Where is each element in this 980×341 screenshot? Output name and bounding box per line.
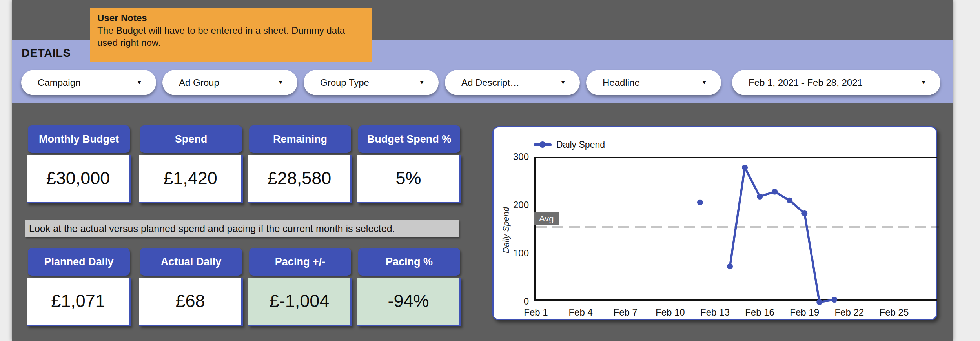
kpi-header: Pacing %	[358, 248, 460, 276]
kpi-value: £1,420	[139, 155, 243, 203]
chevron-down-icon: ▼	[137, 70, 142, 95]
kpi-card-budget-spend-pct: Budget Spend % 5%	[357, 125, 461, 203]
kpi-card-pacing-pct: Pacing % -94%	[357, 248, 461, 326]
kpi-value: 5%	[357, 155, 461, 203]
date-range-label: Feb 1, 2021 - Feb 28, 2021	[749, 70, 863, 95]
filter-label: Ad Group	[179, 70, 219, 95]
kpi-header: Remaining	[249, 125, 351, 153]
chevron-down-icon: ▼	[419, 70, 424, 95]
filter-campaign[interactable]: Campaign ▼	[21, 70, 156, 95]
kpi-header: Spend	[140, 125, 242, 153]
chevron-down-icon: ▼	[278, 70, 283, 95]
hint-bar-text: Look at the actual versus planned spend …	[25, 220, 459, 237]
kpi-value: £30,000	[27, 155, 131, 203]
chevron-down-icon: ▼	[921, 70, 926, 95]
kpi-card-remaining: Remaining £28,580	[248, 125, 352, 203]
date-range-picker[interactable]: Feb 1, 2021 - Feb 28, 2021 ▼	[732, 70, 940, 95]
kpi-header: Planned Daily	[28, 248, 130, 276]
x-tick-label: Feb 10	[656, 307, 685, 318]
daily-spend-plot-area[interactable]	[534, 157, 937, 301]
average-line-badge: Avg	[534, 212, 559, 225]
filter-ad-description[interactable]: Ad Descript… ▼	[445, 70, 580, 95]
kpi-card-monthly-budget: Monthly Budget £30,000	[27, 125, 131, 203]
y-tick-label: 200	[497, 199, 529, 211]
chevron-down-icon: ▼	[560, 70, 566, 95]
kpi-value: £-1,004	[248, 278, 352, 326]
legend-label: Daily Spend	[556, 140, 605, 150]
hint-bar: Look at the actual versus planned spend …	[25, 220, 459, 237]
x-tick-label: Feb 13	[700, 307, 730, 318]
line-series-marker-icon	[534, 143, 552, 146]
kpi-card-planned-daily: Planned Daily £1,071	[27, 248, 131, 326]
kpi-card-spend: Spend £1,420	[139, 125, 243, 203]
user-notes-body: The Budget will have to be entered in a …	[97, 24, 348, 49]
x-tick-label: Feb 16	[745, 307, 774, 318]
daily-spend-line-chart	[536, 158, 939, 303]
filter-label: Ad Descript…	[461, 70, 519, 95]
x-tick-label: Feb 7	[614, 307, 638, 318]
filter-group-type[interactable]: Group Type ▼	[304, 70, 439, 95]
kpi-card-actual-daily: Actual Daily £68	[139, 248, 243, 326]
x-tick-label: Feb 25	[880, 307, 909, 318]
x-tick-label: Feb 22	[834, 307, 864, 318]
y-tick-label: 100	[497, 247, 529, 259]
kpi-value: £68	[139, 278, 243, 326]
chart-legend: Daily Spend	[534, 140, 605, 150]
filter-headline[interactable]: Headline ▼	[586, 70, 721, 95]
kpi-value: £28,580	[248, 155, 352, 203]
chevron-down-icon: ▼	[701, 70, 707, 95]
daily-spend-chart-card: Daily Spend Daily Spend 0100200300 Feb 1…	[492, 126, 937, 320]
x-tick-label: Feb 1	[524, 307, 548, 318]
kpi-value: -94%	[357, 278, 461, 326]
kpi-header: Pacing +/-	[249, 248, 351, 276]
filter-label: Campaign	[38, 70, 80, 95]
user-notes-box: User Notes The Budget will have to be en…	[90, 8, 372, 62]
filter-label: Group Type	[320, 70, 369, 95]
page-title: DETAILS	[22, 47, 71, 60]
dashboard-canvas: DETAILS Campaign ▼ Ad Group ▼ Group Type…	[12, 0, 953, 341]
kpi-header: Monthly Budget	[28, 125, 130, 153]
kpi-value: £1,071	[27, 278, 131, 326]
x-tick-label: Feb 4	[568, 307, 592, 318]
x-tick-label: Feb 19	[790, 307, 819, 318]
y-tick-label: 0	[497, 296, 529, 307]
kpi-card-pacing-amount: Pacing +/- £-1,004	[248, 248, 352, 326]
user-notes-title: User Notes	[97, 13, 365, 24]
filter-label: Headline	[603, 70, 640, 95]
filter-ad-group[interactable]: Ad Group ▼	[162, 70, 297, 95]
kpi-header: Actual Daily	[140, 248, 242, 276]
y-tick-label: 300	[497, 151, 529, 163]
kpi-header: Budget Spend %	[358, 125, 460, 153]
